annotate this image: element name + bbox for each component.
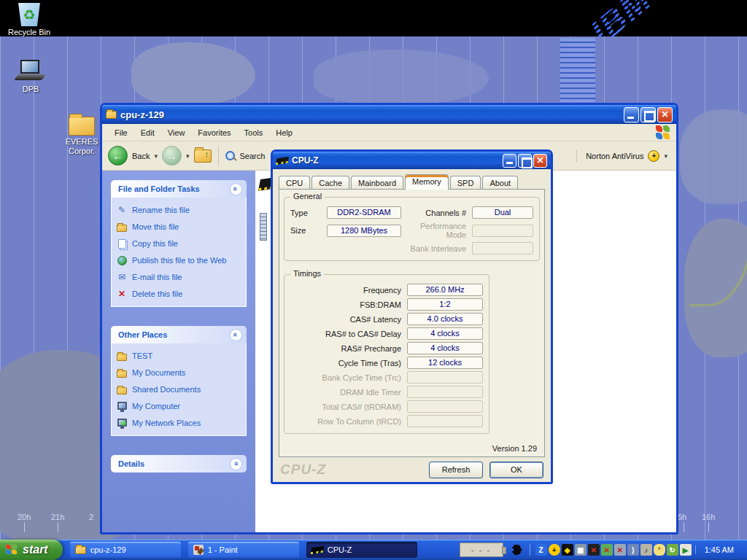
ras-precharge-value: 4 clocks bbox=[407, 342, 483, 354]
battery-meter[interactable]: - - - bbox=[460, 542, 503, 557]
task-delete-file[interactable]: ✕ Delete this file bbox=[116, 288, 241, 300]
fsb-dram-label: FSB:DRAM bbox=[290, 300, 401, 309]
system-tray: - - - Z + ◆ ▦ ✕ ✕ ✕ ) ♪ * ↻ ▶ 1:45 AM bbox=[460, 542, 747, 557]
wallpaper-map-shape bbox=[314, 50, 489, 105]
tab-spd[interactable]: SPD bbox=[450, 176, 481, 189]
minimize-button[interactable] bbox=[503, 154, 516, 168]
user-status-icon[interactable]: ✕ bbox=[601, 544, 613, 556]
forward-button[interactable]: → bbox=[162, 146, 182, 166]
windows-flag-icon bbox=[6, 545, 18, 556]
messenger-icon[interactable]: * bbox=[654, 544, 665, 556]
bank-cycle-time-label: Bank Cycle Time (Trc) bbox=[290, 373, 401, 382]
menu-favorites[interactable]: Favorites bbox=[191, 126, 237, 139]
offline-computer-icon[interactable]: ✕ bbox=[614, 544, 626, 556]
timezone-tick bbox=[24, 522, 25, 532]
norton-dropdown-arrow[interactable]: ▾ bbox=[664, 152, 667, 160]
total-cas-label: Total CAS# (tRDRAM) bbox=[290, 402, 401, 411]
task-copy-file[interactable]: Copy this file bbox=[116, 238, 241, 249]
tab-cpu[interactable]: CPU bbox=[279, 176, 310, 189]
tab-cache[interactable]: Cache bbox=[311, 176, 349, 189]
volume-icon[interactable]: ♪ bbox=[640, 544, 652, 556]
menu-tools[interactable]: Tools bbox=[238, 126, 270, 139]
tab-about[interactable]: About bbox=[482, 176, 518, 189]
remote-display-icon[interactable]: ) bbox=[627, 544, 639, 556]
network-share-icon[interactable]: ▦ bbox=[575, 544, 587, 556]
panel-title: Details bbox=[118, 459, 144, 468]
place-my-documents[interactable]: My Documents bbox=[116, 367, 241, 378]
performance-mode-label: Performance Mode bbox=[407, 222, 466, 239]
back-dropdown-arrow[interactable]: ▾ bbox=[154, 152, 158, 160]
internet-connection-icon[interactable]: Z bbox=[535, 544, 547, 556]
details-header[interactable]: Details » bbox=[111, 455, 247, 472]
close-button[interactable]: ✕ bbox=[533, 154, 547, 168]
cpuz-titlebar[interactable]: CPU-Z ✕ bbox=[273, 152, 551, 169]
place-test[interactable]: TEST bbox=[116, 350, 241, 362]
task-move-file[interactable]: Move this file bbox=[116, 221, 241, 233]
back-button[interactable]: ← bbox=[108, 146, 128, 166]
panel-title: File and Folder Tasks bbox=[118, 184, 200, 193]
timezone-label: 20h bbox=[18, 513, 31, 521]
file-tasks-header[interactable]: File and Folder Tasks « bbox=[111, 180, 247, 198]
norton-antivirus-toolbar[interactable]: Norton AntiVirus + ▾ bbox=[576, 150, 670, 162]
place-my-network-places[interactable]: My Network Places bbox=[116, 417, 241, 429]
mail-notification-icon[interactable]: ◆ bbox=[562, 544, 573, 556]
up-folder-button[interactable]: ↑ bbox=[194, 149, 212, 163]
file-tasks-panel: File and Folder Tasks « ✎ Rename this fi… bbox=[111, 180, 247, 307]
tab-memory[interactable]: Memory bbox=[405, 174, 449, 190]
norton-antivirus-tray-icon[interactable]: + bbox=[549, 544, 560, 556]
taskbar-button-cpuz[interactable]: CPU-Z bbox=[306, 542, 417, 558]
minimize-button[interactable] bbox=[624, 107, 639, 122]
memory-tab-page: General Type DDR2-SDRAM Channels # Dual … bbox=[279, 189, 545, 457]
details-panel: Details » bbox=[111, 455, 247, 472]
search-button-label[interactable]: Search bbox=[240, 152, 266, 160]
ok-button[interactable]: OK bbox=[489, 462, 543, 478]
power-plug-icon bbox=[510, 544, 523, 556]
tab-mainboard[interactable]: Mainboard bbox=[351, 176, 403, 189]
taskbar-clock[interactable]: 1:45 AM bbox=[695, 545, 741, 554]
chevron-up-icon[interactable]: « bbox=[230, 183, 242, 195]
desktop-icon-recycle-bin[interactable]: ♻ Recycle Bin bbox=[6, 3, 53, 37]
wallpaper-stripe-block bbox=[560, 38, 595, 102]
start-button[interactable]: start bbox=[0, 540, 63, 560]
refresh-button[interactable]: Refresh bbox=[429, 462, 483, 478]
task-rename-file[interactable]: ✎ Rename this file bbox=[116, 204, 241, 216]
taskbar-button-explorer[interactable]: cpu-z-129 bbox=[70, 542, 181, 558]
ram-file-icon[interactable] bbox=[260, 213, 267, 241]
ras-to-cas-value: 4 clocks bbox=[407, 327, 483, 340]
desktop-icon-label: EVERES Corpor. bbox=[61, 137, 102, 156]
maximize-button[interactable] bbox=[640, 107, 656, 122]
explorer-titlebar[interactable]: cpu-z-129 ✕ bbox=[102, 105, 676, 124]
place-label: TEST bbox=[132, 351, 152, 360]
taskbar-button-label: CPU-Z bbox=[328, 545, 352, 554]
back-button-label[interactable]: Back bbox=[132, 152, 150, 160]
menu-help[interactable]: Help bbox=[269, 126, 299, 139]
task-email-file[interactable]: ✉ E-mail this file bbox=[116, 271, 241, 283]
chevron-up-icon[interactable]: « bbox=[230, 329, 242, 341]
menu-view[interactable]: View bbox=[161, 126, 192, 139]
other-places-header[interactable]: Other Places « bbox=[111, 326, 247, 343]
desktop-icon-everes-folder[interactable]: EVERES Corpor. bbox=[61, 117, 102, 156]
norton-icon: + bbox=[648, 150, 659, 162]
close-button[interactable]: ✕ bbox=[657, 107, 673, 122]
timezone-tick bbox=[58, 522, 58, 532]
publish-web-icon bbox=[116, 254, 128, 266]
cas-latency-label: CAS# Latency bbox=[290, 315, 401, 324]
desktop-icon-dpb[interactable]: DPB bbox=[7, 60, 54, 94]
system-update-icon[interactable]: ↻ bbox=[667, 544, 678, 556]
menu-edit[interactable]: Edit bbox=[134, 126, 161, 139]
search-icon[interactable] bbox=[225, 151, 236, 161]
taskbar-button-paint[interactable]: 1 - Paint bbox=[188, 542, 299, 558]
place-my-computer[interactable]: My Computer bbox=[116, 400, 241, 412]
place-shared-documents[interactable]: Shared Documents bbox=[116, 384, 241, 395]
recycle-bin-icon: ♻ bbox=[17, 3, 42, 26]
media-player-icon[interactable]: ▶ bbox=[680, 544, 692, 556]
chevron-down-icon[interactable]: » bbox=[230, 458, 242, 470]
cpuz-window: CPU-Z ✕ CPU Cache Mainboard Memory SPD A… bbox=[271, 149, 553, 484]
maximize-button[interactable] bbox=[518, 154, 532, 168]
bank-interleave-value bbox=[472, 242, 533, 254]
norton-label: Norton AntiVirus bbox=[586, 152, 643, 160]
task-publish-file[interactable]: Publish this file to the Web bbox=[116, 254, 241, 266]
menu-file[interactable]: File bbox=[108, 126, 134, 139]
blocked-network-icon[interactable]: ✕ bbox=[588, 544, 600, 556]
forward-dropdown-arrow[interactable]: ▾ bbox=[186, 152, 190, 160]
